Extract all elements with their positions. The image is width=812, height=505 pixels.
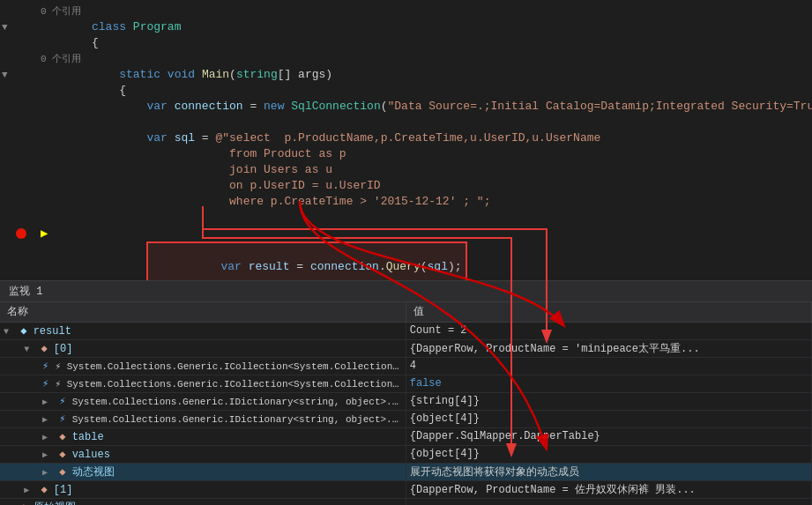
expand-icon[interactable]: ▶ [42,449,53,460]
watch-cell-value: {string[4]} [406,392,811,410]
expand-icon[interactable]: ▼ [4,327,14,338]
watch-row-table[interactable]: ▶ ◆ table {Dapper.SqlMapper.DapperTable} [0,427,812,445]
watch-item-name: ⚡ System.Collections.Generic.ICollection… [55,378,406,390]
watch-item-name: values [72,449,110,461]
watch-item-name: System.Collections.Generic.IDictionary<s… [72,396,406,408]
expand-icon[interactable]: ▶ [24,485,34,495]
watch-item-icon: ◆ [41,343,47,355]
watch-item-icon: ⚡ [59,413,65,426]
watch-row-keys[interactable]: ▶ ⚡ System.Collections.Generic.IDictiona… [0,392,812,410]
watch-item-name: 原始视图 [34,501,76,506]
line-content [88,115,812,130]
code-line: var connection = new SqlConnection("Data… [0,99,812,115]
watch-item-icon: ◆ [20,501,26,506]
code-line: from Product as p [0,146,812,162]
expand-icon[interactable]: ▶ [42,467,53,478]
expand-icon[interactable]: ▶ [42,432,53,442]
line-content: on p.UserID = u.UserID [88,178,812,194]
execution-arrow-icon: ▶ [41,227,48,241]
col-value-header: 值 [406,302,811,322]
line-content: from Product as p [88,146,812,162]
ref-count: 0 个引用 [35,4,88,19]
watch-cell-name: ▶ ◆ [1] [0,480,406,498]
code-line: on p.UserID = u.UserID [0,178,812,194]
watch-row-1[interactable]: ▶ ◆ [1] {DapperRow, ProductName = 佐丹奴双休闲… [0,480,812,498]
ref-count: 0 个引用 [35,51,88,67]
watch-cell-name: ▼ ◆ result [0,322,406,339]
watch-table-header: 名称 值 [0,302,812,322]
watch-cell-name: ▶ ◆ 动态视图 [0,463,406,480]
watch-row-dynamic-view[interactable]: ▶ ◆ 动态视图 展开动态视图将获得对象的动态成员 [0,463,812,480]
line-content: { [88,35,812,51]
watch-row-icollection-count[interactable]: ⚡ ⚡ System.Collections.Generic.ICollecti… [0,357,812,375]
code-lines: 0 个引用 ▼ class Program { 0 个引用 ▼ [0,0,812,282]
watch-item-name: [0] [54,343,73,355]
code-line: 0 个引用 [0,4,812,19]
expand-icon[interactable]: ▼ [24,345,34,355]
watch-cell-value: Count = 2 [406,322,811,339]
line-content [88,210,812,226]
watch-cell-name: ⚡ ⚡ System.Collections.Generic.ICollecti… [0,357,406,375]
code-line: 0 个引用 [0,51,812,67]
watch-item-icon: ⚡ [42,378,48,390]
watch-table: 名称 值 ▼ ◆ result Count = 2 ▼ ◆ [0] [0,302,812,505]
line-content: { [88,83,812,99]
watch-item-icon: ⚡ [42,360,48,373]
watch-row-result[interactable]: ▼ ◆ result Count = 2 [0,322,812,339]
watch-item-name: result [34,325,71,338]
watch-item-name: ⚡ System.Collections.Generic.ICollection… [55,360,406,373]
watch-title-bar: 监视 1 [0,281,812,302]
code-line: join Users as u [0,162,812,178]
watch-cell-name: ▶ ⚡ System.Collections.Generic.IDictiona… [0,392,406,410]
watch-item-icon: ◆ [20,325,26,338]
watch-cell-name: ▶ ◆ table [0,427,406,445]
watch-cell-name: ▶ ◆ values [0,445,406,463]
watch-cell-name: ⚡ ⚡ System.Collections.Generic.ICollecti… [0,375,406,392]
line-content: static void Main(string[] args) [88,67,812,83]
line-gutter [0,226,35,241]
watch-item-name: 动态视图 [72,466,115,479]
watch-cell-value: {object[4]} [406,445,811,463]
watch-item-icon: ◆ [59,466,65,479]
watch-item-name: System.Collections.Generic.IDictionary<s… [72,413,406,426]
code-line: ▼ static void Main(string[] args) [0,67,812,83]
code-line: var sql = @"select p.ProductName,p.Creat… [0,130,812,146]
expand-icon[interactable]: ▶ [4,502,14,506]
watch-cell-value: {Dapper.SqlMapper.DapperTable} [406,427,811,445]
watch-row-values2[interactable]: ▶ ◆ values {object[4]} [0,445,812,463]
watch-item-icon: ◆ [59,431,65,443]
watch-cell-value [406,498,811,505]
breakpoint-dot [16,228,26,239]
expand-icon[interactable]: ▶ [42,397,53,407]
line-content: var result = connection.Query(sql); [88,226,812,282]
watch-row-raw-view[interactable]: ▶ ◆ 原始视图 [0,498,812,505]
watch-item-name: [1] [54,484,73,496]
watch-cell-value: 4 [406,357,811,375]
highlighted-code-line: ▶ var result = connection.Query(sql); [0,226,812,282]
code-line: ▼ class Program [0,19,812,35]
collapse-icon[interactable]: ▼ [2,67,8,83]
watch-window: 监视 1 名称 值 ▼ ◆ result Count = 2 [0,280,812,505]
code-line: where p.CreateTime > '2015-12-12' ; "; [0,194,812,210]
code-editor: 0 个引用 ▼ class Program { 0 个引用 ▼ [0,0,812,282]
code-line: { [0,35,812,51]
watch-cell-name: ▶ ⚡ System.Collections.Generic.IDictiona… [0,410,406,427]
line-content: class Program [88,19,812,35]
line-content: var connection = new SqlConnection("Data… [88,99,812,115]
watch-item-icon: ◆ [41,484,47,496]
watch-cell-value: {DapperRow, ProductName = 'minipeace太平鸟重… [406,339,811,357]
line-content: where p.CreateTime > '2015-12-12' ; "; [88,194,812,210]
watch-item-icon: ◆ [59,449,65,461]
expand-icon[interactable]: ▶ [42,414,53,425]
watch-title: 监视 1 [9,284,42,299]
watch-cell-value: {DapperRow, ProductName = 佐丹奴双休闲裤 男装... [406,480,811,498]
watch-cell-value: false [406,375,811,392]
watch-row-0[interactable]: ▼ ◆ [0] {DapperRow, ProductName = 'minip… [0,339,812,357]
watch-row-icollection-isreadonly[interactable]: ⚡ ⚡ System.Collections.Generic.ICollecti… [0,375,812,392]
ref-count: ▶ [35,226,88,242]
watch-row-values[interactable]: ▶ ⚡ System.Collections.Generic.IDictiona… [0,410,812,427]
collapse-icon[interactable]: ▼ [2,19,8,35]
watch-cell-name: ▶ ◆ 原始视图 [0,498,406,505]
col-name-header: 名称 [0,302,406,322]
line-content: var sql = @"select p.ProductName,p.Creat… [88,130,812,146]
